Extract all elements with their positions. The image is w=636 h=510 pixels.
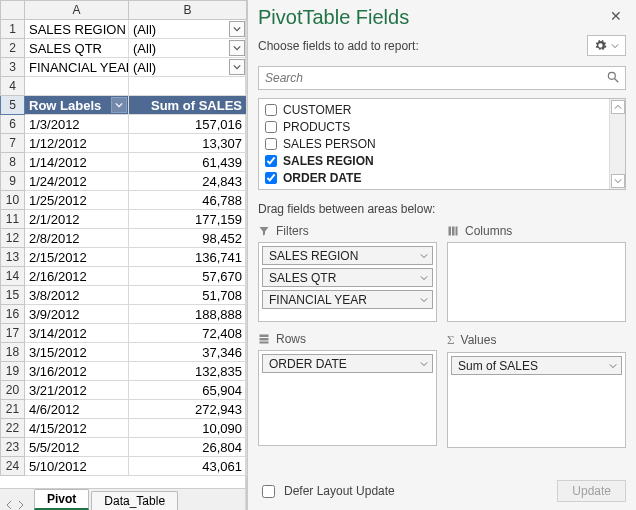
update-button[interactable]: Update bbox=[557, 480, 626, 502]
row-header[interactable]: 9 bbox=[1, 172, 25, 191]
filter-label-cell[interactable]: SALES REGION bbox=[25, 20, 129, 39]
cell-value[interactable]: 177,159 bbox=[129, 210, 247, 229]
cell-date[interactable]: 2/1/2012 bbox=[25, 210, 129, 229]
tab-next-button[interactable] bbox=[16, 500, 26, 510]
field-checkbox[interactable] bbox=[265, 155, 277, 167]
row-header[interactable]: 21 bbox=[1, 400, 25, 419]
cell-date[interactable]: 2/8/2012 bbox=[25, 229, 129, 248]
cell-value[interactable]: 61,439 bbox=[129, 153, 247, 172]
cell-date[interactable]: 3/21/2012 bbox=[25, 381, 129, 400]
filter-value-cell[interactable]: (All) bbox=[129, 20, 247, 39]
cell-value[interactable]: 37,346 bbox=[129, 343, 247, 362]
cell-date[interactable]: 1/12/2012 bbox=[25, 134, 129, 153]
cell-value[interactable]: 72,408 bbox=[129, 324, 247, 343]
pivot-values-header[interactable]: Sum of SALES bbox=[129, 96, 247, 115]
area-field-item[interactable]: ORDER DATE bbox=[262, 354, 433, 373]
row-header[interactable]: 22 bbox=[1, 419, 25, 438]
row-header[interactable]: 8 bbox=[1, 153, 25, 172]
pivot-row-labels-header[interactable]: Row Labels bbox=[25, 96, 129, 115]
row-header[interactable]: 10 bbox=[1, 191, 25, 210]
close-pane-button[interactable]: ✕ bbox=[606, 6, 626, 26]
pane-settings-button[interactable] bbox=[587, 35, 626, 56]
row-header[interactable]: 6 bbox=[1, 115, 25, 134]
row-header[interactable]: 20 bbox=[1, 381, 25, 400]
area-field-item[interactable]: SALES REGION bbox=[262, 246, 433, 265]
cell[interactable] bbox=[129, 77, 247, 96]
field-list-item[interactable]: CUSTOMER bbox=[259, 101, 609, 118]
cell-date[interactable]: 3/16/2012 bbox=[25, 362, 129, 381]
cell-date[interactable]: 5/5/2012 bbox=[25, 438, 129, 457]
row-header[interactable]: 12 bbox=[1, 229, 25, 248]
filter-dropdown-button[interactable] bbox=[229, 40, 245, 56]
row-header[interactable]: 3 bbox=[1, 58, 25, 77]
cell-date[interactable]: 3/15/2012 bbox=[25, 343, 129, 362]
cell-date[interactable]: 3/9/2012 bbox=[25, 305, 129, 324]
field-checkbox[interactable] bbox=[265, 172, 277, 184]
row-labels-dropdown[interactable] bbox=[111, 97, 127, 113]
cell-date[interactable]: 4/6/2012 bbox=[25, 400, 129, 419]
row-header[interactable]: 15 bbox=[1, 286, 25, 305]
row-header[interactable]: 17 bbox=[1, 324, 25, 343]
filter-label-cell[interactable]: SALES QTR bbox=[25, 39, 129, 58]
row-header[interactable]: 1 bbox=[1, 20, 25, 39]
cell-value[interactable]: 272,943 bbox=[129, 400, 247, 419]
area-field-item[interactable]: SALES QTR bbox=[262, 268, 433, 287]
col-header-a[interactable]: A bbox=[25, 1, 129, 20]
defer-layout-checkbox-label[interactable]: Defer Layout Update bbox=[258, 482, 395, 501]
cell-value[interactable]: 98,452 bbox=[129, 229, 247, 248]
cell-value[interactable]: 57,670 bbox=[129, 267, 247, 286]
values-dropzone[interactable]: Sum of SALES bbox=[447, 352, 626, 448]
columns-dropzone[interactable] bbox=[447, 242, 626, 322]
row-header[interactable]: 7 bbox=[1, 134, 25, 153]
field-list-scrollbar[interactable] bbox=[609, 99, 625, 189]
cell-date[interactable]: 1/14/2012 bbox=[25, 153, 129, 172]
cell-date[interactable]: 2/16/2012 bbox=[25, 267, 129, 286]
row-header[interactable]: 13 bbox=[1, 248, 25, 267]
cell-value[interactable]: 132,835 bbox=[129, 362, 247, 381]
filters-dropzone[interactable]: SALES REGIONSALES QTRFINANCIAL YEAR bbox=[258, 242, 437, 322]
field-list-item[interactable]: SALES PERSON bbox=[259, 135, 609, 152]
field-list-item[interactable]: PRODUCTS bbox=[259, 118, 609, 135]
area-field-item[interactable]: FINANCIAL YEAR bbox=[262, 290, 433, 309]
row-header[interactable]: 2 bbox=[1, 39, 25, 58]
cell-date[interactable]: 1/24/2012 bbox=[25, 172, 129, 191]
row-header[interactable]: 19 bbox=[1, 362, 25, 381]
col-header-b[interactable]: B bbox=[129, 1, 247, 20]
row-header[interactable]: 4 bbox=[1, 77, 25, 96]
field-checkbox[interactable] bbox=[265, 104, 277, 116]
filter-dropdown-button[interactable] bbox=[229, 59, 245, 75]
row-header[interactable]: 11 bbox=[1, 210, 25, 229]
row-header[interactable]: 23 bbox=[1, 438, 25, 457]
cell-value[interactable]: 43,061 bbox=[129, 457, 247, 476]
cell-value[interactable]: 65,904 bbox=[129, 381, 247, 400]
cell-value[interactable]: 24,843 bbox=[129, 172, 247, 191]
scroll-down-button[interactable] bbox=[611, 174, 625, 188]
row-header[interactable]: 16 bbox=[1, 305, 25, 324]
row-header[interactable]: 24 bbox=[1, 457, 25, 476]
cell-value[interactable]: 10,090 bbox=[129, 419, 247, 438]
cell-date[interactable]: 5/10/2012 bbox=[25, 457, 129, 476]
cell-value[interactable]: 136,741 bbox=[129, 248, 247, 267]
row-header[interactable]: 5 bbox=[1, 96, 25, 115]
scroll-up-button[interactable] bbox=[611, 100, 625, 114]
sheet-tab-pivot[interactable]: Pivot bbox=[34, 489, 89, 510]
cell[interactable] bbox=[25, 77, 129, 96]
cell-value[interactable]: 13,307 bbox=[129, 134, 247, 153]
cell-date[interactable]: 4/15/2012 bbox=[25, 419, 129, 438]
tab-prev-button[interactable] bbox=[4, 500, 14, 510]
field-checkbox[interactable] bbox=[265, 121, 277, 133]
filter-value-cell[interactable]: (All) bbox=[129, 58, 247, 77]
select-all-corner[interactable] bbox=[1, 1, 25, 20]
cell-date[interactable]: 3/14/2012 bbox=[25, 324, 129, 343]
cell-value[interactable]: 188,888 bbox=[129, 305, 247, 324]
filter-dropdown-button[interactable] bbox=[229, 21, 245, 37]
cell-value[interactable]: 26,804 bbox=[129, 438, 247, 457]
defer-layout-checkbox[interactable] bbox=[262, 485, 275, 498]
field-list-item[interactable]: SALES REGION bbox=[259, 152, 609, 169]
field-checkbox[interactable] bbox=[265, 138, 277, 150]
cell-date[interactable]: 3/8/2012 bbox=[25, 286, 129, 305]
filter-label-cell[interactable]: FINANCIAL YEAR bbox=[25, 58, 129, 77]
row-header[interactable]: 18 bbox=[1, 343, 25, 362]
cell-value[interactable]: 157,016 bbox=[129, 115, 247, 134]
area-field-item[interactable]: Sum of SALES bbox=[451, 356, 622, 375]
